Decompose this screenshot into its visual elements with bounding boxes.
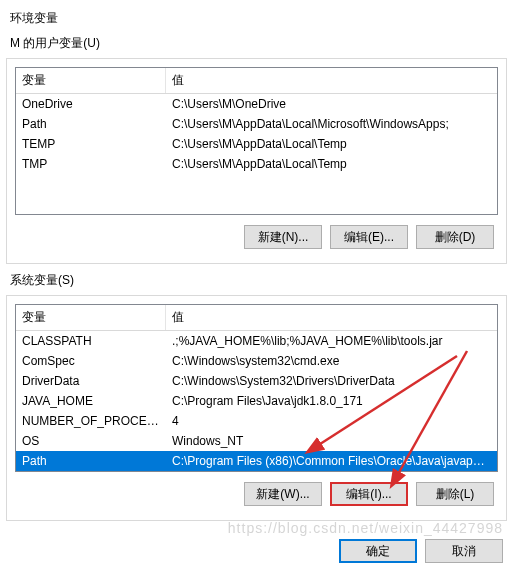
system-vars-group: 变量 值 CLASSPATH.;%JAVA_HOME%\lib;%JAVA_HO… (6, 295, 507, 521)
user-vars-label: M 的用户变量(U) (10, 35, 507, 52)
table-row[interactable]: NUMBER_OF_PROCESSORS4 (16, 411, 497, 431)
var-name: Path (16, 451, 166, 471)
var-name: JAVA_HOME (16, 391, 166, 411)
var-value: C:\Users\M\AppData\Local\Temp (166, 154, 497, 174)
user-new-button[interactable]: 新建(N)... (244, 225, 322, 249)
var-name: CLASSPATH (16, 331, 166, 351)
var-name: OneDrive (16, 94, 166, 114)
user-vars-group: 变量 值 OneDriveC:\Users\M\OneDrivePathC:\U… (6, 58, 507, 264)
table-row[interactable]: OneDriveC:\Users\M\OneDrive (16, 94, 497, 114)
sys-edit-button[interactable]: 编辑(I)... (330, 482, 408, 506)
table-row[interactable]: JAVA_HOMEC:\Program Files\Java\jdk1.8.0_… (16, 391, 497, 411)
sys-new-button[interactable]: 新建(W)... (244, 482, 322, 506)
var-name: TMP (16, 154, 166, 174)
var-name: DriverData (16, 371, 166, 391)
dialog-title: 环境变量 (10, 10, 507, 27)
table-row[interactable]: PathC:\Program Files (x86)\Common Files\… (16, 451, 497, 471)
user-edit-button[interactable]: 编辑(E)... (330, 225, 408, 249)
table-row[interactable]: CLASSPATH.;%JAVA_HOME%\lib;%JAVA_HOME%\l… (16, 331, 497, 351)
var-value: Windows_NT (166, 431, 497, 451)
sys-col-variable[interactable]: 变量 (16, 305, 166, 330)
user-col-value[interactable]: 值 (166, 68, 497, 93)
table-row[interactable]: TEMPC:\Users\M\AppData\Local\Temp (16, 134, 497, 154)
user-delete-button[interactable]: 删除(D) (416, 225, 494, 249)
user-col-variable[interactable]: 变量 (16, 68, 166, 93)
var-value: C:\Program Files (x86)\Common Files\Orac… (166, 451, 497, 471)
system-vars-table[interactable]: 变量 值 CLASSPATH.;%JAVA_HOME%\lib;%JAVA_HO… (15, 304, 498, 472)
sys-col-value[interactable]: 值 (166, 305, 497, 330)
var-name: ComSpec (16, 351, 166, 371)
var-name: Path (16, 114, 166, 134)
ok-button[interactable]: 确定 (339, 539, 417, 563)
var-value: C:\Users\M\AppData\Local\Microsoft\Windo… (166, 114, 497, 134)
var-value: C:\Users\M\AppData\Local\Temp (166, 134, 497, 154)
var-value: C:\Program Files\Java\jdk1.8.0_171 (166, 391, 497, 411)
cancel-button[interactable]: 取消 (425, 539, 503, 563)
var-name: OS (16, 431, 166, 451)
var-name: TEMP (16, 134, 166, 154)
sys-delete-button[interactable]: 删除(L) (416, 482, 494, 506)
var-name: NUMBER_OF_PROCESSORS (16, 411, 166, 431)
table-row[interactable]: PathC:\Users\M\AppData\Local\Microsoft\W… (16, 114, 497, 134)
var-value: .;%JAVA_HOME%\lib;%JAVA_HOME%\lib\tools.… (166, 331, 497, 351)
table-row[interactable]: TMPC:\Users\M\AppData\Local\Temp (16, 154, 497, 174)
table-row[interactable]: DriverDataC:\Windows\System32\Drivers\Dr… (16, 371, 497, 391)
user-vars-table[interactable]: 变量 值 OneDriveC:\Users\M\OneDrivePathC:\U… (15, 67, 498, 215)
table-row[interactable]: OSWindows_NT (16, 431, 497, 451)
table-row[interactable]: ComSpecC:\Windows\system32\cmd.exe (16, 351, 497, 371)
var-value: C:\Windows\system32\cmd.exe (166, 351, 497, 371)
system-vars-label: 系统变量(S) (10, 272, 507, 289)
watermark: https://blog.csdn.net/weixin_44427998 (228, 520, 503, 536)
var-value: C:\Users\M\OneDrive (166, 94, 497, 114)
var-value: 4 (166, 411, 497, 431)
var-value: C:\Windows\System32\Drivers\DriverData (166, 371, 497, 391)
